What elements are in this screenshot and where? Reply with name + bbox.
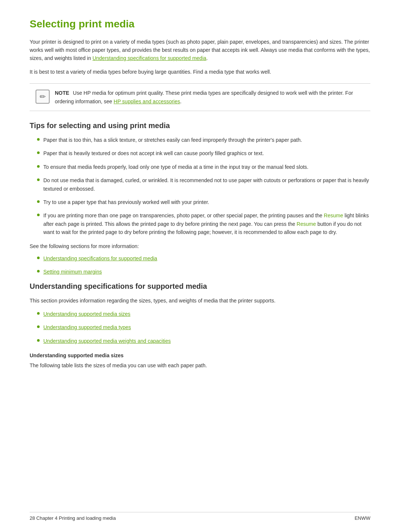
bullet-dot (37, 165, 40, 168)
footer-right: ENWW (354, 515, 370, 521)
bullet-dot (37, 200, 40, 203)
tip-text-5: Try to use a paper type that has previou… (43, 198, 209, 206)
list-item: To ensure that media feeds properly, loa… (37, 163, 370, 171)
tip-text-3: To ensure that media feeds properly, loa… (43, 163, 309, 171)
bullet-dot (37, 214, 40, 216)
link-setting-margins[interactable]: Setting minimum margins (43, 268, 102, 276)
understanding-links-list: Understanding supported media sizes Unde… (37, 310, 370, 345)
list-item: Setting minimum margins (37, 268, 370, 276)
page-footer: 28 Chapter 4 Printing and loading media … (30, 512, 370, 521)
tip-text-1: Paper that is too thin, has a slick text… (43, 136, 302, 144)
resume-link2[interactable]: Resume (297, 221, 316, 227)
tips-section-title: Tips for selecting and using print media (30, 121, 370, 130)
intro-link1[interactable]: Understanding specifications for support… (93, 55, 206, 61)
link-media-types[interactable]: Understanding supported media types (43, 323, 131, 331)
note-text1: Use HP media for optimum print quality. … (55, 90, 353, 104)
list-item: Understanding supported media weights an… (37, 337, 370, 345)
list-item: If you are printing more than one page o… (37, 211, 370, 236)
list-item: Paper that is too thin, has a slick text… (37, 136, 370, 144)
list-item: Try to use a paper type that has previou… (37, 198, 370, 206)
link-media-weights[interactable]: Understanding supported media weights an… (43, 337, 171, 345)
list-item: Understanding specifications for support… (37, 254, 370, 262)
bullet-dot (37, 257, 40, 259)
bullet-dot (37, 151, 40, 154)
resume-link1[interactable]: Resume (324, 213, 343, 218)
bullet-dot (37, 339, 40, 342)
understanding-intro: This section provides information regard… (30, 297, 370, 305)
link-media-sizes[interactable]: Understanding supported media sizes (43, 310, 130, 318)
note-link[interactable]: HP supplies and accessories (114, 98, 180, 104)
list-item: Do not use media that is damaged, curled… (37, 176, 370, 193)
note-box: ✏ NOTE Use HP media for optimum print qu… (30, 83, 370, 111)
pencil-icon: ✏ (40, 93, 46, 100)
intro-paragraph2: It is best to test a variety of media ty… (30, 68, 370, 76)
link-understanding-specs[interactable]: Understanding specifications for support… (43, 254, 157, 262)
intro-paragraph1: Your printer is designed to print on a v… (30, 38, 370, 63)
tip-text-4: Do not use media that is damaged, curled… (43, 176, 370, 193)
bullet-dot (37, 312, 40, 315)
footer-left: 28 Chapter 4 Printing and loading media (30, 515, 116, 521)
note-content: NOTE Use HP media for optimum print qual… (55, 89, 364, 106)
see-text: See the following sections for more info… (30, 242, 370, 250)
tip-text-2: Paper that is heavily textured or does n… (43, 149, 264, 157)
tips-bullet-list: Paper that is too thin, has a slick text… (37, 136, 370, 237)
bullet-dot (37, 270, 40, 272)
list-item: Understanding supported media types (37, 323, 370, 331)
list-item: Paper that is heavily textured or does n… (37, 149, 370, 157)
note-label: NOTE (55, 90, 69, 96)
bullet-dot (37, 178, 40, 181)
media-sizes-title: Understanding supported media sizes (30, 352, 370, 358)
tip-text-6: If you are printing more than one page o… (43, 211, 370, 236)
media-sizes-intro: The following table lists the sizes of m… (30, 361, 370, 369)
page-container: Selecting print media Your printer is de… (0, 0, 400, 405)
bullet-dot (37, 325, 40, 328)
tips-links-list: Understanding specifications for support… (37, 254, 370, 276)
page-title: Selecting print media (30, 18, 370, 30)
understanding-section-title: Understanding specifications for support… (30, 282, 370, 291)
list-item: Understanding supported media sizes (37, 310, 370, 318)
note-icon: ✏ (36, 90, 50, 104)
bullet-dot (37, 138, 40, 141)
